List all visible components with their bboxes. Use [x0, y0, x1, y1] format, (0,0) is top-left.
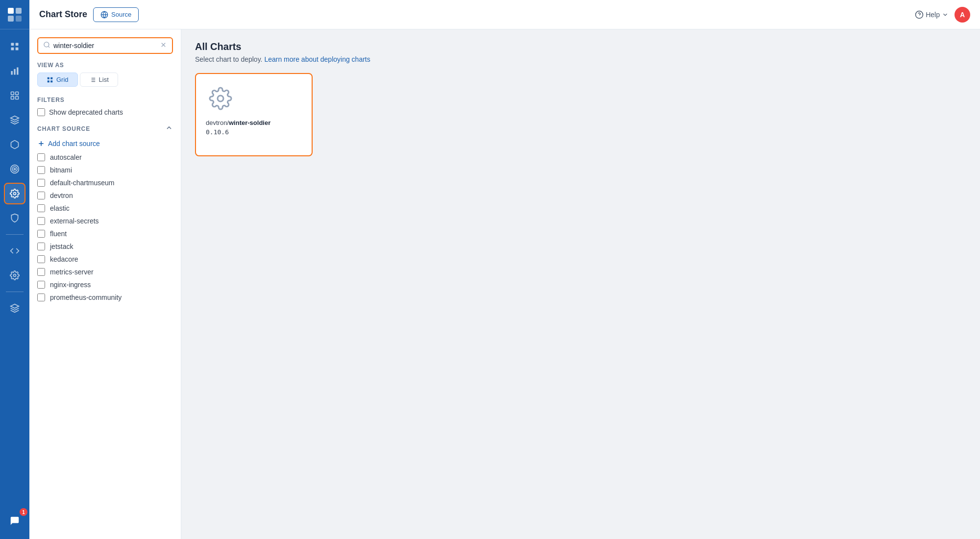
source-checkbox-autoscaler[interactable]: [37, 153, 45, 161]
source-label-default-chartmuseum[interactable]: default-chartmuseum: [50, 179, 115, 187]
header: Chart Store Source Help A: [29, 0, 980, 29]
help-button[interactable]: Help: [915, 10, 949, 19]
svg-rect-0: [8, 8, 14, 14]
svg-rect-29: [48, 77, 49, 79]
svg-rect-2: [8, 16, 14, 22]
nav-item-cube[interactable]: [4, 134, 25, 155]
chat-badge: 1: [20, 508, 27, 516]
svg-point-41: [218, 96, 223, 101]
chart-card-icon: [206, 84, 235, 113]
nav-item-settings[interactable]: [4, 265, 25, 286]
svg-rect-10: [17, 68, 18, 75]
source-checkbox-nginx-ingress[interactable]: [37, 281, 45, 289]
nav-bar: 1: [0, 0, 29, 539]
view-as-label: VIEW AS: [37, 62, 173, 69]
source-checkbox-jetstack[interactable]: [37, 243, 45, 250]
subtitle-text: Select chart to deploy.: [195, 55, 262, 63]
source-item: external-secrets: [37, 217, 173, 225]
source-label-prometheus-community[interactable]: prometheus-community: [50, 294, 122, 301]
svg-marker-20: [11, 304, 19, 308]
source-checkbox-default-chartmuseum[interactable]: [37, 179, 45, 187]
nav-item-chat[interactable]: 1: [4, 510, 25, 532]
source-checkbox-fluent[interactable]: [37, 230, 45, 238]
chart-version: 0.10.6: [206, 128, 229, 136]
source-label-bitnami[interactable]: bitnami: [50, 166, 72, 174]
nav-item-target[interactable]: [4, 158, 25, 180]
search-icon: [43, 41, 50, 50]
view-list-button[interactable]: List: [80, 73, 118, 87]
svg-rect-6: [11, 48, 14, 50]
source-label-metrics-server[interactable]: metrics-server: [50, 268, 94, 276]
view-list-label: List: [99, 76, 109, 83]
nav-item-code[interactable]: [4, 240, 25, 262]
nav-item-stack[interactable]: [4, 109, 25, 131]
learn-more-link[interactable]: Learn more about deploying charts: [264, 55, 370, 63]
show-deprecated-checkbox[interactable]: [37, 108, 45, 116]
charts-grid: devtron/winter-soldier 0.10.6: [195, 73, 966, 156]
nav-item-dashboard[interactable]: [4, 36, 25, 57]
source-label-external-secrets[interactable]: external-secrets: [50, 217, 99, 225]
nav-logo: [0, 0, 29, 29]
nav-item-charts[interactable]: [4, 60, 25, 82]
svg-rect-14: [16, 97, 19, 99]
source-checkbox-metrics-server[interactable]: [37, 268, 45, 276]
source-checkbox-elastic[interactable]: [37, 204, 45, 212]
chart-area: All Charts Select chart to deploy. Learn…: [181, 29, 980, 539]
view-grid-button[interactable]: Grid: [37, 73, 78, 87]
svg-rect-12: [16, 92, 19, 95]
svg-rect-1: [16, 8, 22, 14]
chart-card-winter-soldier[interactable]: devtron/winter-soldier 0.10.6: [195, 73, 313, 156]
source-item: metrics-server: [37, 268, 173, 276]
nav-bottom: 1: [4, 509, 25, 539]
chart-source-title: CHART SOURCE: [37, 125, 90, 132]
nav-item-apps[interactable]: [4, 85, 25, 106]
source-checkbox-prometheus-community[interactable]: [37, 294, 45, 301]
svg-point-17: [14, 168, 15, 170]
nav-item-layers[interactable]: [4, 297, 25, 319]
source-label-devtron[interactable]: devtron: [50, 192, 73, 199]
view-grid-label: Grid: [56, 76, 69, 83]
filters-label: FILTERS: [37, 97, 173, 103]
search-input[interactable]: [53, 42, 160, 49]
source-label-kedacore[interactable]: kedacore: [50, 255, 78, 263]
source-item: default-chartmuseum: [37, 179, 173, 187]
source-button[interactable]: Source: [93, 7, 139, 22]
source-checkbox-external-secrets[interactable]: [37, 217, 45, 225]
page-title: Chart Store: [39, 9, 87, 20]
source-checkbox-devtron[interactable]: [37, 192, 45, 199]
svg-rect-5: [16, 43, 19, 46]
nav-divider: [6, 234, 24, 235]
source-item: devtron: [37, 192, 173, 199]
source-label-autoscaler[interactable]: autoscaler: [50, 153, 82, 161]
add-chart-source-button[interactable]: Add chart source: [37, 140, 173, 147]
source-item: bitnami: [37, 166, 173, 174]
source-label-elastic[interactable]: elastic: [50, 204, 70, 212]
add-chart-source-label: Add chart source: [48, 140, 100, 147]
nav-divider-2: [6, 292, 24, 292]
nav-item-shield[interactable]: [4, 207, 25, 229]
content-row: VIEW AS Grid List FILTERS Show deprecate…: [29, 29, 980, 539]
svg-rect-7: [16, 48, 19, 50]
source-label-jetstack[interactable]: jetstack: [50, 243, 73, 250]
source-button-label: Source: [111, 11, 131, 18]
sidebar: VIEW AS Grid List FILTERS Show deprecate…: [29, 29, 181, 539]
svg-rect-8: [11, 71, 13, 75]
source-checkbox-bitnami[interactable]: [37, 166, 45, 174]
show-deprecated-label[interactable]: Show deprecated charts: [49, 108, 123, 116]
source-label-fluent[interactable]: fluent: [50, 230, 67, 238]
search-clear-icon[interactable]: [160, 41, 167, 50]
search-box: [37, 37, 173, 54]
source-checkbox-kedacore[interactable]: [37, 255, 45, 263]
svg-rect-13: [11, 97, 14, 99]
nav-item-gear[interactable]: [4, 183, 25, 204]
svg-rect-30: [50, 77, 52, 79]
chart-source-header: CHART SOURCE: [37, 124, 173, 134]
svg-point-19: [14, 274, 16, 277]
chart-source-collapse-button[interactable]: [165, 124, 173, 134]
source-item: autoscaler: [37, 153, 173, 161]
avatar[interactable]: A: [955, 7, 970, 23]
source-item: nginx-ingress: [37, 281, 173, 289]
chart-name: devtron/winter-soldier: [206, 119, 270, 126]
show-deprecated-filter: Show deprecated charts: [37, 108, 173, 116]
source-label-nginx-ingress[interactable]: nginx-ingress: [50, 281, 91, 289]
